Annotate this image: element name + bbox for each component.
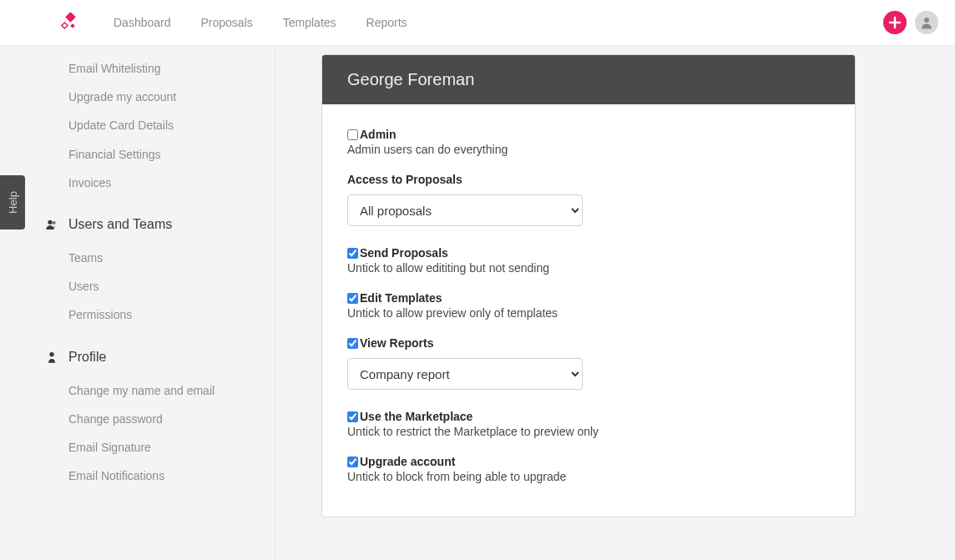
sidebar-item-upgrade-account[interactable]: Upgrade my account bbox=[68, 83, 250, 111]
perm-view-reports: View Reports Company report bbox=[347, 336, 830, 390]
sidebar-item-invoices[interactable]: Invoices bbox=[68, 169, 250, 197]
main-content: George Foreman Admin Admin users can do … bbox=[275, 46, 955, 560]
use-marketplace-desc: Untick to restrict the Marketplace to pr… bbox=[347, 425, 830, 438]
section-users-teams: Users and Teams bbox=[45, 217, 250, 232]
svg-point-4 bbox=[48, 220, 52, 225]
perm-upgrade-account: Upgrade account Untick to block from bei… bbox=[347, 455, 830, 483]
users-icon bbox=[45, 218, 58, 231]
send-proposals-desc: Untick to allow edititing but not sendin… bbox=[347, 261, 830, 275]
svg-rect-2 bbox=[70, 23, 75, 28]
section-title-users-teams: Users and Teams bbox=[68, 217, 172, 232]
perm-access-proposals: Access to Proposals All proposals bbox=[347, 173, 830, 226]
view-reports-label: View Reports bbox=[360, 336, 433, 350]
use-marketplace-label: Use the Marketplace bbox=[360, 410, 472, 423]
edit-templates-label: Edit Templates bbox=[360, 291, 442, 305]
svg-point-3 bbox=[924, 18, 929, 23]
use-marketplace-checkbox[interactable] bbox=[347, 411, 358, 422]
perm-use-marketplace: Use the Marketplace Untick to restrict t… bbox=[347, 410, 830, 438]
access-proposals-label: Access to Proposals bbox=[347, 173, 830, 186]
send-proposals-label: Send Proposals bbox=[360, 246, 448, 260]
avatar[interactable] bbox=[915, 11, 938, 34]
perm-send-proposals: Send Proposals Untick to allow edititing… bbox=[347, 246, 830, 275]
nav-links: Dashboard Proposals Templates Reports bbox=[114, 16, 407, 29]
send-proposals-checkbox[interactable] bbox=[347, 248, 358, 259]
upgrade-account-label: Upgrade account bbox=[360, 455, 455, 468]
upgrade-account-desc: Untick to block from being able to upgra… bbox=[347, 470, 830, 483]
nav-dashboard[interactable]: Dashboard bbox=[114, 16, 171, 29]
admin-desc: Admin users can do everything bbox=[347, 143, 830, 156]
sidebar-item-teams[interactable]: Teams bbox=[68, 244, 250, 272]
profile-icon bbox=[45, 351, 58, 364]
view-reports-select[interactable]: Company report bbox=[347, 358, 583, 390]
admin-label: Admin bbox=[360, 128, 397, 141]
sidebar-item-permissions[interactable]: Permissions bbox=[68, 300, 250, 329]
sidebar-item-update-card[interactable]: Update Card Details bbox=[68, 111, 250, 139]
help-label: Help bbox=[7, 191, 19, 214]
nav-proposals[interactable]: Proposals bbox=[201, 16, 253, 29]
help-tab[interactable]: Help bbox=[0, 175, 25, 230]
sidebar-item-financial-settings[interactable]: Financial Settings bbox=[68, 140, 250, 169]
perm-admin: Admin Admin users can do everything bbox=[347, 128, 830, 156]
sidebar-item-email-notifications[interactable]: Email Notifications bbox=[68, 462, 250, 490]
svg-point-5 bbox=[53, 221, 56, 225]
svg-rect-0 bbox=[65, 13, 76, 23]
access-proposals-select[interactable]: All proposals bbox=[347, 194, 583, 226]
logo-icon[interactable] bbox=[60, 13, 80, 33]
edit-templates-desc: Untick to allow preview only of template… bbox=[347, 306, 830, 320]
sidebar-item-users[interactable]: Users bbox=[68, 272, 250, 300]
sidebar-item-email-whitelisting[interactable]: Email Whitelisting bbox=[68, 54, 250, 83]
perm-edit-templates: Edit Templates Untick to allow preview o… bbox=[347, 291, 830, 320]
svg-point-6 bbox=[49, 352, 53, 356]
svg-rect-1 bbox=[62, 23, 68, 28]
permissions-card: George Foreman Admin Admin users can do … bbox=[321, 54, 856, 517]
section-title-profile: Profile bbox=[68, 350, 106, 365]
view-reports-checkbox[interactable] bbox=[347, 338, 358, 349]
upgrade-account-checkbox[interactable] bbox=[347, 457, 358, 467]
sidebar-item-email-signature[interactable]: Email Signature bbox=[68, 433, 250, 462]
sidebar-item-change-name[interactable]: Change my name and email bbox=[68, 376, 250, 405]
add-button[interactable] bbox=[883, 11, 907, 34]
admin-checkbox[interactable] bbox=[347, 129, 358, 140]
card-title: George Foreman bbox=[322, 55, 855, 104]
nav-templates[interactable]: Templates bbox=[283, 16, 336, 29]
section-profile: Profile bbox=[45, 350, 250, 365]
nav-reports[interactable]: Reports bbox=[366, 16, 407, 29]
sidebar-item-change-password[interactable]: Change password bbox=[68, 405, 250, 433]
nav-right bbox=[883, 11, 938, 34]
card-body: Admin Admin users can do everything Acce… bbox=[322, 104, 855, 517]
top-nav: Dashboard Proposals Templates Reports bbox=[0, 0, 955, 46]
sidebar: Email Whitelisting Upgrade my account Up… bbox=[0, 46, 275, 560]
edit-templates-checkbox[interactable] bbox=[347, 293, 358, 304]
